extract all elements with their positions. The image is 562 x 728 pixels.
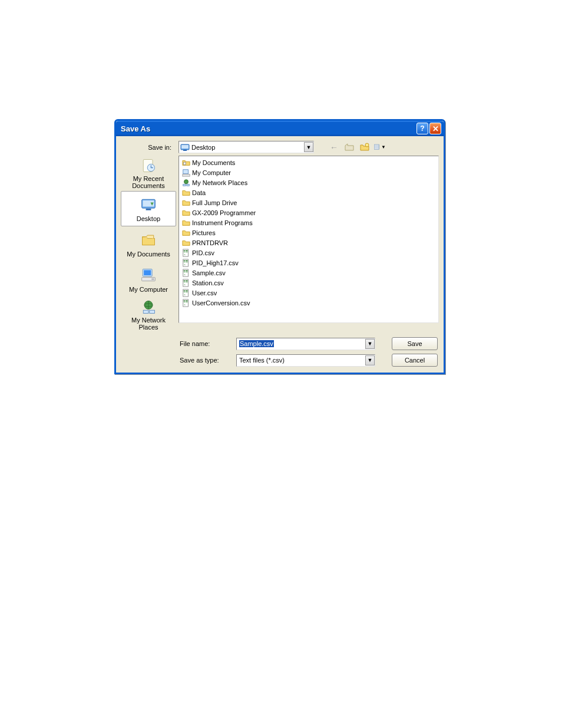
filename-row: File name: Sample.csv ▼ Save bbox=[180, 337, 438, 350]
svg-point-3 bbox=[365, 143, 369, 147]
svg-rect-36 bbox=[184, 262, 186, 263]
save-as-dialog: Save As ? ✕ Save in: Desktop ▼ ← bbox=[114, 119, 445, 374]
svg-rect-31 bbox=[186, 252, 188, 253]
svg-rect-59 bbox=[186, 300, 188, 301]
file-list-item[interactable]: My Network Places bbox=[181, 177, 436, 187]
file-list-item[interactable]: aPID_High17.csv bbox=[181, 258, 436, 268]
svg-rect-30 bbox=[184, 252, 186, 253]
file-list-item[interactable]: PRNTDRVR bbox=[181, 238, 436, 248]
help-button[interactable]: ? bbox=[416, 123, 428, 134]
file-list-item[interactable]: Pictures bbox=[181, 228, 436, 238]
file-item-label: PRNTDRVR bbox=[192, 239, 228, 246]
csv-icon: a bbox=[181, 298, 191, 308]
svg-rect-61 bbox=[186, 302, 188, 303]
places-recent[interactable]: My Recent Documents bbox=[121, 156, 176, 191]
svg-rect-14 bbox=[144, 270, 151, 275]
folder-icon bbox=[181, 218, 191, 228]
filetype-dropdown[interactable]: Text files (*.csv) ▼ bbox=[236, 354, 375, 367]
file-list-item[interactable]: aSample.csv bbox=[181, 268, 436, 278]
svg-rect-26 bbox=[187, 184, 189, 186]
dropdown-arrow-icon[interactable]: ▼ bbox=[304, 142, 313, 152]
filename-value: Sample.csv bbox=[239, 340, 274, 347]
file-list-item[interactable]: aUser.csv bbox=[181, 288, 436, 298]
close-button[interactable]: ✕ bbox=[429, 123, 441, 134]
file-item-label: My Documents bbox=[192, 159, 235, 166]
my-computer-icon bbox=[139, 266, 158, 285]
file-list-item[interactable]: Full Jump Drive bbox=[181, 197, 436, 207]
content-row: My Recent Documents Desktop My Documents bbox=[116, 156, 444, 332]
file-item-label: Sample.csv bbox=[192, 269, 226, 276]
svg-rect-53 bbox=[186, 290, 188, 291]
places-network[interactable]: My Network Places bbox=[121, 297, 176, 332]
svg-text:a: a bbox=[184, 284, 186, 286]
file-item-label: Instrument Programs bbox=[192, 219, 253, 226]
csv-icon: a bbox=[181, 268, 191, 278]
svg-rect-46 bbox=[184, 280, 186, 281]
file-item-label: User.csv bbox=[192, 289, 217, 297]
dropdown-arrow-icon[interactable]: ▼ bbox=[365, 355, 375, 365]
places-mycomputer[interactable]: My Computer bbox=[121, 262, 176, 297]
file-list-item[interactable]: aPID.csv bbox=[181, 248, 436, 258]
svg-rect-35 bbox=[186, 260, 188, 261]
savein-value: Desktop bbox=[191, 144, 215, 151]
file-item-label: Full Jump Drive bbox=[192, 199, 237, 206]
svg-text:a: a bbox=[184, 253, 186, 256]
cancel-button[interactable]: Cancel bbox=[392, 354, 438, 367]
file-list-item[interactable]: aUserConversion.csv bbox=[181, 298, 436, 308]
places-mydocs[interactable]: My Documents bbox=[121, 226, 176, 262]
svg-rect-16 bbox=[151, 278, 154, 280]
filetype-row: Save as type: Text files (*.csv) ▼ Cance… bbox=[180, 354, 438, 367]
places-label: My Computer bbox=[129, 286, 168, 293]
folder-icon bbox=[181, 228, 191, 238]
desktop-icon bbox=[180, 143, 190, 152]
svg-text:a: a bbox=[184, 274, 186, 276]
dialog-body: Save in: Desktop ▼ ← ▼ bbox=[116, 136, 444, 373]
svg-rect-28 bbox=[184, 250, 186, 251]
titlebar[interactable]: Save As ? ✕ bbox=[116, 121, 444, 136]
svg-rect-1 bbox=[181, 145, 189, 149]
savein-dropdown[interactable]: Desktop ▼ bbox=[178, 141, 314, 153]
new-folder-button[interactable] bbox=[359, 141, 371, 153]
csv-icon: a bbox=[181, 258, 191, 268]
svg-rect-21 bbox=[184, 162, 186, 164]
csv-icon: a bbox=[181, 278, 191, 288]
file-item-label: PID_High17.csv bbox=[192, 259, 239, 266]
svg-rect-20 bbox=[150, 310, 155, 313]
places-bar: My Recent Documents Desktop My Documents bbox=[121, 156, 178, 332]
file-list[interactable]: My DocumentsMy ComputerMy Network Places… bbox=[178, 156, 439, 323]
svg-rect-42 bbox=[184, 272, 186, 273]
save-button[interactable]: Save bbox=[392, 337, 438, 350]
file-list-item[interactable]: Data bbox=[181, 187, 436, 197]
file-item-label: PID.csv bbox=[192, 249, 214, 256]
file-list-item[interactable]: GX-2009 Programmer bbox=[181, 207, 436, 218]
svg-rect-60 bbox=[184, 302, 186, 303]
places-label: My Recent Documents bbox=[123, 175, 174, 189]
svg-rect-12 bbox=[146, 209, 151, 210]
svg-rect-47 bbox=[186, 280, 188, 281]
dropdown-arrow-icon[interactable]: ▼ bbox=[365, 339, 375, 349]
file-list-item[interactable]: My Computer bbox=[181, 167, 436, 177]
back-button[interactable]: ← bbox=[328, 141, 340, 153]
svg-rect-19 bbox=[143, 310, 148, 313]
file-list-item[interactable]: My Documents bbox=[181, 157, 436, 167]
places-label: My Network Places bbox=[123, 317, 174, 331]
file-item-label: Pictures bbox=[192, 229, 216, 236]
views-button[interactable]: ▼ bbox=[374, 141, 386, 153]
svg-rect-52 bbox=[184, 290, 186, 291]
svg-rect-34 bbox=[184, 260, 186, 261]
up-one-level-button[interactable] bbox=[343, 141, 355, 153]
dialog-title: Save As bbox=[121, 124, 415, 133]
file-item-label: My Computer bbox=[192, 169, 231, 176]
sysfolder-icon bbox=[181, 158, 191, 167]
file-list-item[interactable]: aStation.csv bbox=[181, 278, 436, 288]
savein-row: Save in: Desktop ▼ ← ▼ bbox=[116, 136, 444, 156]
svg-rect-22 bbox=[183, 169, 189, 173]
network-places-icon bbox=[139, 299, 158, 315]
svg-rect-54 bbox=[184, 292, 186, 293]
places-desktop[interactable]: Desktop bbox=[121, 191, 176, 226]
svg-point-24 bbox=[184, 179, 189, 183]
file-list-item[interactable]: Instrument Programs bbox=[181, 218, 436, 228]
filename-input[interactable]: Sample.csv ▼ bbox=[236, 338, 375, 350]
svg-rect-58 bbox=[184, 300, 186, 301]
filetype-label: Save as type: bbox=[180, 357, 230, 364]
